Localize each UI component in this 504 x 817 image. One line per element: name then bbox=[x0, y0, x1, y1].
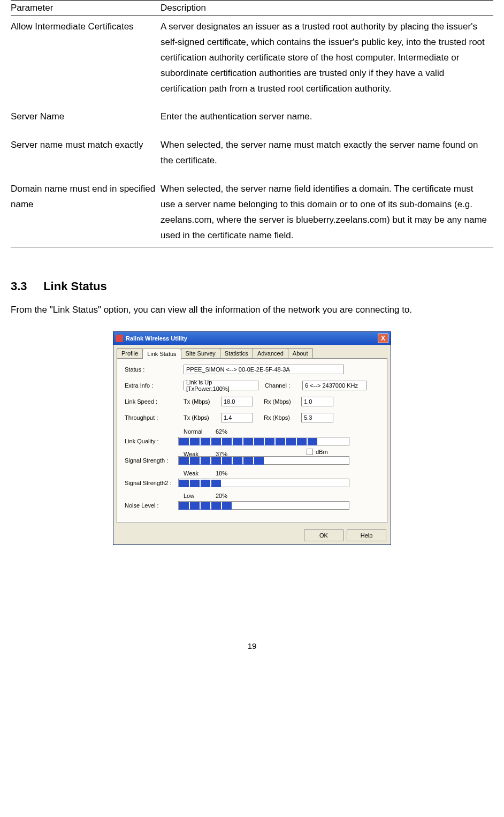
parameter-table: Parameter Description Allow Intermediate… bbox=[11, 0, 493, 247]
header-description: Description bbox=[161, 1, 493, 16]
tab-panel: Status : PPEE_SIMON <--> 00-0E-2E-5F-48-… bbox=[117, 358, 387, 523]
label-channel: Channel : bbox=[265, 382, 294, 389]
section-intro: From the "Link Status" option, you can v… bbox=[11, 303, 493, 317]
label-signal-strength2: Signal Strength2 : bbox=[125, 480, 178, 486]
label-noise-level: Noise Level : bbox=[125, 502, 178, 509]
dbm-checkbox[interactable] bbox=[307, 449, 313, 455]
window-title: Ralink Wireless Utility bbox=[126, 335, 378, 342]
tx-kbps-value: 1.4 bbox=[221, 413, 253, 422]
param-cell: Server Name bbox=[11, 106, 161, 134]
param-cell: Allow Intermediate Certificates bbox=[11, 16, 161, 107]
rx-kbps-value: 5.3 bbox=[301, 413, 333, 422]
signal-strength2-bar bbox=[178, 479, 349, 487]
tab-about[interactable]: About bbox=[288, 348, 313, 358]
nl-word: Low bbox=[184, 493, 216, 499]
link-quality-bar bbox=[178, 437, 349, 445]
help-button[interactable]: Help bbox=[347, 529, 386, 541]
section-title: Link Status bbox=[43, 279, 107, 293]
table-row: Domain name must end in specified name W… bbox=[11, 178, 493, 247]
ss2-word: Weak bbox=[184, 470, 216, 476]
titlebar[interactable]: Ralink Wireless Utility X bbox=[113, 332, 391, 345]
label-tx-kbps: Tx (Kbps) bbox=[184, 414, 221, 421]
ss2-pct: 18% bbox=[216, 470, 227, 476]
status-value: PPEE_SIMON <--> 00-0E-2E-5F-48-3A bbox=[184, 365, 344, 374]
label-rx-kbps: Rx (Kbps) bbox=[264, 414, 301, 421]
tab-statistics[interactable]: Statistics bbox=[220, 348, 253, 358]
desc-cell: Enter the authentication server name. bbox=[161, 106, 493, 134]
signal-strength-bar bbox=[178, 456, 349, 465]
param-cell: Domain name must end in specified name bbox=[11, 178, 161, 247]
label-tx-mbps: Tx (Mbps) bbox=[184, 398, 221, 405]
label-throughput: Throughput : bbox=[125, 414, 178, 421]
label-signal-strength: Signal Strength : bbox=[125, 457, 178, 464]
table-row: Server name must match exactly When sele… bbox=[11, 134, 493, 178]
tab-profile[interactable]: Profile bbox=[117, 348, 143, 358]
label-rx-mbps: Rx (Mbps) bbox=[264, 398, 301, 405]
nl-pct: 20% bbox=[216, 493, 227, 499]
label-dbm: dBm bbox=[316, 449, 328, 455]
app-icon bbox=[116, 335, 123, 342]
tx-mbps-value: 18.0 bbox=[221, 397, 253, 406]
lq-word: Normal bbox=[184, 428, 216, 435]
close-button[interactable]: X bbox=[378, 334, 388, 343]
lq-pct: 62% bbox=[216, 428, 227, 435]
label-link-speed: Link Speed : bbox=[125, 398, 178, 405]
channel-value: 6 <--> 2437000 KHz bbox=[302, 381, 366, 390]
desc-cell: When selected, the server name must matc… bbox=[161, 134, 493, 178]
button-bar: OK Help bbox=[113, 526, 391, 544]
ralink-dialog: Ralink Wireless Utility X Profile Link S… bbox=[113, 331, 391, 545]
section-number: 3.3 bbox=[11, 279, 27, 293]
noise-level-bar bbox=[178, 501, 349, 510]
section-heading: 3.3 Link Status bbox=[11, 279, 493, 293]
header-parameter: Parameter bbox=[11, 1, 161, 16]
label-extra-info: Extra Info : bbox=[125, 382, 178, 389]
label-status: Status : bbox=[125, 366, 178, 373]
tab-link-status[interactable]: Link Status bbox=[142, 349, 181, 359]
table-row: Allow Intermediate Certificates A server… bbox=[11, 16, 493, 107]
tab-site-survey[interactable]: Site Survey bbox=[181, 348, 220, 358]
ok-button[interactable]: OK bbox=[304, 529, 343, 541]
table-row: Server Name Enter the authentication ser… bbox=[11, 106, 493, 134]
extra-info-value: Link is Up [TxPower:100%] bbox=[184, 381, 258, 390]
param-cell: Server name must match exactly bbox=[11, 134, 161, 178]
desc-cell: A server designates an issuer as a trust… bbox=[161, 16, 493, 107]
tab-advanced[interactable]: Advanced bbox=[253, 348, 288, 358]
tab-strip: Profile Link Status Site Survey Statisti… bbox=[113, 345, 391, 358]
label-link-quality: Link Quality : bbox=[125, 438, 178, 444]
desc-cell: When selected, the server name field ide… bbox=[161, 178, 493, 247]
rx-mbps-value: 1.0 bbox=[301, 397, 333, 406]
page-number: 19 bbox=[11, 641, 493, 650]
